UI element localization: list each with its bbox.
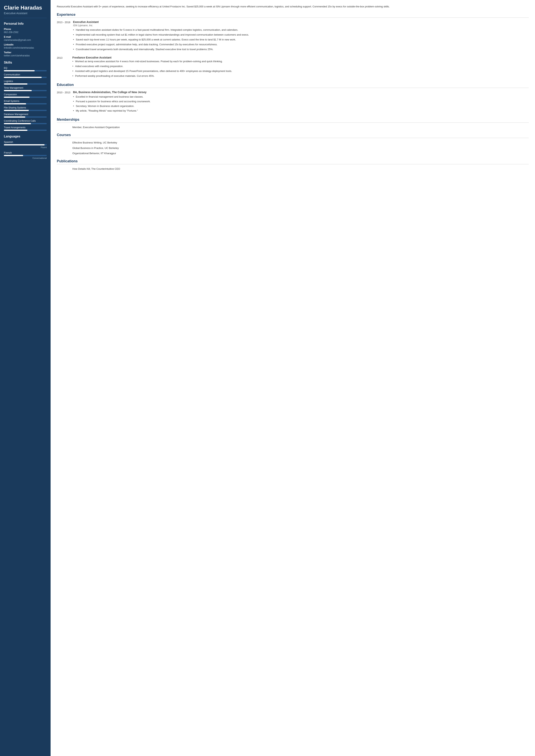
skill-bar-bg <box>4 110 47 111</box>
bullet-item: Aided executives with meeting preparatio… <box>72 64 529 68</box>
edu-content: BA, Business Administration, The College… <box>73 91 529 114</box>
membership-text: Member, Executive Assistant Organization <box>72 125 120 129</box>
courses-heading: Courses <box>57 133 529 138</box>
bullet-item: My article, "Reading Minds" was reprinte… <box>73 109 529 113</box>
exp-content: Executive Assistant ISN Lipmann, Inc. Ha… <box>73 20 529 52</box>
skill-bar-fill <box>4 83 27 85</box>
skill-item: File-Sharing Systems <box>4 106 47 111</box>
skill-bar-bg <box>4 117 47 118</box>
membership-item: Member, Executive Assistant Organization <box>57 125 529 129</box>
skill-name: Compassion <box>4 93 47 96</box>
skill-name: Travel Arrangements <box>4 126 47 129</box>
personal-info-heading: Personal Info <box>4 22 47 25</box>
exp-job-title: Executive Assistant <box>73 20 529 23</box>
publications-heading: Publications <box>57 159 529 164</box>
skills-list: EQ Communication Logistics Time Manageme… <box>4 67 47 131</box>
course-item: Global Business in Practice, UC Berkeley <box>57 146 529 150</box>
exp-job-title: Freelance Executive Assistant <box>72 56 529 59</box>
language-level: Conversational <box>4 157 47 159</box>
skill-item: Compassion <box>4 93 47 98</box>
bullet-item: Worked as temp executive assistant for 4… <box>72 60 529 63</box>
phone-value: 862-208-2592 <box>4 31 47 34</box>
skill-name: Logistics <box>4 80 47 83</box>
skill-bar-fill <box>4 77 42 78</box>
bullet-item: Performed weekly proofreading of executi… <box>72 74 529 78</box>
edu-degree: BA, Business Administration, The College… <box>73 91 529 94</box>
exp-company: ISN Lipmann, Inc. <box>73 24 529 27</box>
language-name: French <box>4 151 47 154</box>
twitter-value: twitter.com/clarieharadas <box>4 54 47 57</box>
publication-item: How Details Kill, The Counterintuitive C… <box>57 167 529 171</box>
education-heading: Education <box>57 83 529 88</box>
linkedin-label: LinkedIn <box>4 43 47 46</box>
skill-item: Logistics <box>4 80 47 85</box>
exp-content: Freelance Executive Assistant Worked as … <box>72 56 529 79</box>
education-list: 2010 - 2013 BA, Business Administration,… <box>57 91 529 114</box>
skill-bar-bg <box>4 70 47 71</box>
skill-bar-fill <box>4 117 25 118</box>
skill-bar-fill <box>4 110 29 111</box>
skill-bar-fill <box>4 96 30 98</box>
skill-item: Communication <box>4 73 47 78</box>
language-name: Spanish <box>4 141 47 144</box>
skill-bar-bg <box>4 130 47 131</box>
languages-list: Spanish Fluent French Conversational <box>4 141 47 159</box>
skill-item: Database Management <box>4 113 47 118</box>
edu-date: 2010 - 2013 <box>57 91 73 114</box>
language-item: Spanish Fluent <box>4 141 47 148</box>
email-value: clarieharadas@gmail.com <box>4 39 47 41</box>
language-bar-bg <box>4 155 47 156</box>
bullet-item: Excelled in financial management and bus… <box>73 95 529 99</box>
skills-heading: Skills <box>4 61 47 64</box>
skill-bar-fill <box>4 130 27 131</box>
bullet-item: Saved each top-level exec 11 hours per w… <box>73 38 529 41</box>
exp-date: 2013 - 2018 <box>57 20 73 52</box>
skill-item: Time Management <box>4 87 47 91</box>
experience-item: 2013 Freelance Executive Assistant Worke… <box>57 56 529 79</box>
language-bar-fill <box>4 144 44 146</box>
summary-text: Resourceful Executive Assistant with 5+ … <box>57 5 529 9</box>
bullet-item: Coordinated travel arrangements both dom… <box>73 47 529 51</box>
course-text: Global Business in Practice, UC Berkeley <box>72 146 119 150</box>
bullet-item: Implemented call-recording system that c… <box>73 33 529 37</box>
skill-bar-fill <box>4 90 32 91</box>
languages-heading: Languages <box>4 135 47 138</box>
exp-bullets: Handled top executive assistant duties f… <box>73 28 529 51</box>
education-item: 2010 - 2013 BA, Business Administration,… <box>57 91 529 114</box>
skill-bar-fill <box>4 70 35 71</box>
skill-bar-fill <box>4 103 26 104</box>
skill-name: Coordinating Conference Calls <box>4 120 47 122</box>
skill-name: Communication <box>4 73 47 76</box>
skill-bar-bg <box>4 103 47 104</box>
bullet-item: Handled top executive assistant duties f… <box>73 28 529 32</box>
exp-bullets: Worked as temp executive assistant for 4… <box>72 60 529 78</box>
candidate-title: Executive Assistant <box>4 12 47 18</box>
skill-name: EQ <box>4 67 47 69</box>
bullet-item: Secretary, Women in Business student org… <box>73 104 529 108</box>
memberships-heading: Memberships <box>57 118 529 123</box>
skill-name: Database Management <box>4 113 47 116</box>
experience-heading: Experience <box>57 13 529 18</box>
skill-name: Email Systems <box>4 100 47 102</box>
phone-label: Phone <box>4 28 47 31</box>
skill-bar-bg <box>4 96 47 98</box>
bullet-item: Provided executive project support, admi… <box>73 42 529 46</box>
pub-text: How Details Kill, The Counterintuitive C… <box>72 167 120 171</box>
skill-bar-fill <box>4 123 31 124</box>
candidate-name: Clarie Haradas <box>4 5 47 11</box>
bullet-item: Assisted with project logistics and deve… <box>72 69 529 73</box>
bullet-item: Pursued a passion for business ethics an… <box>73 99 529 103</box>
language-bar-fill <box>4 155 23 156</box>
course-item: Organizational Behavior, IIT Kharagpur <box>57 151 529 155</box>
sidebar: Clarie Haradas Executive Assistant Perso… <box>0 0 51 756</box>
experience-list: 2013 - 2018 Executive Assistant ISN Lipm… <box>57 20 529 79</box>
language-item: French Conversational <box>4 151 47 159</box>
language-bar-bg <box>4 144 47 146</box>
email-label: E-mail <box>4 36 47 38</box>
courses-list: Effective Business Writing, UC Berkeley … <box>57 141 529 155</box>
skill-bar-bg <box>4 83 47 85</box>
course-item: Effective Business Writing, UC Berkeley <box>57 141 529 145</box>
skill-bar-bg <box>4 90 47 91</box>
skill-name: Time Management <box>4 87 47 89</box>
edu-bullets: Excelled in financial management and bus… <box>73 95 529 113</box>
